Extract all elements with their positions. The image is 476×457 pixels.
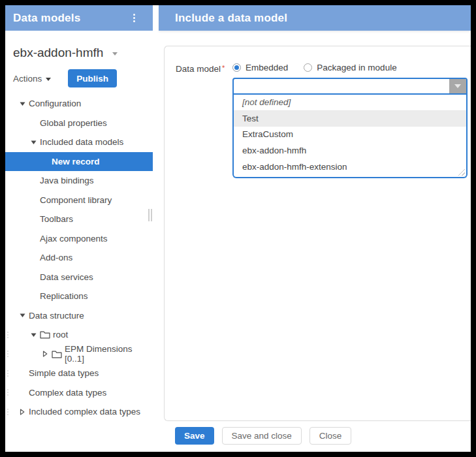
- dropdown-option-not-defined[interactable]: [not defined]: [234, 95, 466, 111]
- tree-item-configuration[interactable]: Configuration: [5, 94, 153, 114]
- tree-item-component-library[interactable]: Component library: [5, 191, 153, 210]
- field-label: Data model*: [176, 64, 225, 74]
- radio-selected-icon: [232, 63, 241, 72]
- tree-item-add-ons[interactable]: Add-ons: [5, 248, 153, 268]
- drag-handle-icon: [7, 351, 8, 357]
- required-marker: *: [222, 64, 225, 72]
- combobox-dropdown-list: [not defined]TestExtraCustomebx-addon-hm…: [232, 95, 468, 178]
- radio-unselected-icon: [304, 63, 312, 72]
- save-button[interactable]: Save: [175, 427, 214, 445]
- collapse-icon[interactable]: [31, 140, 40, 145]
- radio-packaged-in-module[interactable]: Packaged in module: [304, 63, 396, 72]
- triangle-down-icon: [454, 84, 461, 88]
- tree-item-included-data-models[interactable]: Included data models: [5, 133, 153, 152]
- tree-item-label: Toolbars: [40, 214, 73, 224]
- tree-item-java-bindings[interactable]: Java bindings: [5, 171, 153, 191]
- expand-icon[interactable]: [42, 351, 52, 357]
- model-name: ebx-addon-hmfh: [13, 46, 103, 60]
- tree-item-label: Complex data types: [29, 388, 106, 398]
- model-selector[interactable]: ebx-addon-hmfh: [13, 46, 118, 60]
- tree-item-ajax-components[interactable]: Ajax components: [5, 229, 153, 249]
- folder-icon: [40, 330, 53, 339]
- collapse-icon[interactable]: [20, 101, 29, 106]
- publish-button[interactable]: Publish: [68, 69, 117, 87]
- tree-item-label: Data services: [40, 272, 93, 282]
- panel-resize-handle[interactable]: [148, 209, 152, 221]
- tree-item-label: Replications: [40, 291, 88, 301]
- tree-item-complex-data-types[interactable]: Complex data types: [5, 383, 153, 403]
- panel-title: Data models: [13, 12, 80, 25]
- sidebar-header: Data models: [5, 5, 153, 31]
- radio-embedded-label: Embedded: [246, 63, 288, 72]
- tree-item-label: Included data models: [40, 137, 123, 147]
- tree-item-new-record[interactable]: New record: [5, 152, 153, 172]
- main-panel: Include a data model Data model* Embedde…: [159, 5, 471, 452]
- save-and-close-button[interactable]: Save and close: [222, 427, 302, 445]
- tree-item-global-properties[interactable]: Global properties: [5, 114, 153, 133]
- radio-embedded[interactable]: Embedded: [232, 63, 288, 72]
- tree-item-toolbars[interactable]: Toolbars: [5, 210, 153, 229]
- combobox-dropdown-button[interactable]: [449, 79, 466, 93]
- tree-item-label: root: [53, 330, 68, 339]
- field-label-text: Data model: [176, 64, 221, 74]
- tree-item-replications[interactable]: Replications: [5, 287, 153, 306]
- tree-item-label: Data structure: [29, 311, 84, 321]
- tree-item-simple-data-types[interactable]: Simple data types: [5, 364, 153, 383]
- tree-item-epm-dimensions-0-1[interactable]: EPM Dimensions [0..1]: [5, 345, 153, 364]
- dropdown-option-ebx-addon-hmfh-extension[interactable]: ebx-addon-hmfh-extension: [234, 159, 466, 176]
- data-model-combobox[interactable]: [232, 78, 468, 95]
- tree-item-label: Configuration: [29, 99, 81, 108]
- tree-item-label: Add-ons: [40, 253, 72, 262]
- drag-handle-icon: [7, 389, 8, 396]
- data-models-panel: Data models ebx-addon-hmfh Actions Publi…: [5, 5, 153, 452]
- tree-item-root[interactable]: root: [5, 325, 153, 345]
- tree-item-included-complex-data-types[interactable]: Included complex data types: [5, 402, 153, 422]
- tree-item-label: Ajax components: [40, 234, 108, 244]
- tree-item-label: Java bindings: [40, 176, 94, 185]
- main-header: Include a data model: [159, 5, 471, 31]
- tree-item-label: Simple data types: [29, 368, 99, 378]
- close-button[interactable]: Close: [309, 427, 352, 445]
- tree-item-label: Component library: [40, 195, 112, 205]
- collapse-icon[interactable]: [31, 332, 40, 338]
- chevron-down-icon: [112, 52, 118, 55]
- tree-item-label: EPM Dimensions [0..1]: [65, 344, 153, 364]
- kebab-menu-icon[interactable]: [131, 12, 137, 24]
- actions-label: Actions: [13, 74, 42, 84]
- dropdown-option-ebx-addon-hmfh[interactable]: ebx-addon-hmfh: [234, 143, 466, 159]
- tree-item-label: Global properties: [40, 118, 107, 128]
- actions-row: Actions Publish: [13, 69, 117, 87]
- form-panel: Data model* Embedded Packaged in module …: [164, 46, 472, 421]
- tree-item-data-services[interactable]: Data services: [5, 268, 153, 287]
- drag-handle-icon: [7, 370, 8, 377]
- data-model-radio-group: Embedded Packaged in module: [232, 63, 397, 72]
- folder-icon: [52, 350, 65, 358]
- tree-item-label: Included complex data types: [29, 407, 140, 417]
- drag-handle-icon: [7, 409, 8, 415]
- tree-item-data-structure[interactable]: Data structure: [5, 306, 153, 326]
- dropdown-option-extracustom[interactable]: ExtraCustom: [234, 127, 466, 143]
- tree-item-label: New record: [52, 157, 100, 166]
- collapse-icon[interactable]: [20, 313, 29, 318]
- drag-handle-icon: [7, 332, 8, 338]
- actions-menu-button[interactable]: Actions: [13, 74, 51, 84]
- navigation-tree: ConfigurationGlobal propertiesIncluded d…: [5, 94, 153, 422]
- radio-packaged-label: Packaged in module: [317, 63, 396, 72]
- app-window: Data models ebx-addon-hmfh Actions Publi…: [0, 0, 476, 457]
- expand-icon[interactable]: [20, 409, 29, 415]
- chevron-down-icon: [46, 78, 51, 81]
- page-title: Include a data model: [175, 12, 287, 25]
- button-bar: Save Save and close Close: [175, 427, 351, 445]
- dropdown-option-test[interactable]: Test: [234, 111, 466, 127]
